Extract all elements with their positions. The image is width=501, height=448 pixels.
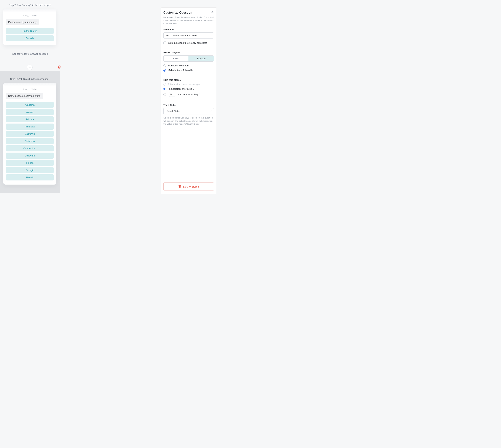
run-after-step-label: Immediately after Step 2 bbox=[168, 87, 194, 90]
connector-line bbox=[30, 71, 30, 77]
message-label: Message bbox=[163, 28, 214, 31]
add-step-row: + bbox=[0, 64, 60, 70]
tryout-helper: Select a value for Country1 to see how t… bbox=[163, 116, 214, 126]
step2-prompt: Please select your country bbox=[6, 19, 39, 25]
step3-options: AlabamaAlaskaArizonaArkansasCaliforniaCo… bbox=[6, 102, 54, 180]
state-option[interactable]: Alabama bbox=[6, 102, 54, 108]
step3-card[interactable]: Today, 1:15PM Next, please select your s… bbox=[3, 83, 56, 185]
run-seconds-row[interactable]: seconds after Step 2 bbox=[163, 92, 214, 97]
state-option[interactable]: Colorado bbox=[6, 138, 54, 144]
fullwidth-radio-row[interactable]: Make buttons full-width bbox=[163, 69, 214, 72]
skip-label: Skip question if previously populated bbox=[168, 42, 207, 44]
radio-icon[interactable] bbox=[163, 93, 166, 96]
card-fade bbox=[3, 83, 56, 86]
panel-header: Customize Question bbox=[163, 11, 214, 15]
delete-step-label: Delete Step 3 bbox=[183, 185, 199, 188]
run-after-open-label: After visitor opens messenger bbox=[168, 83, 200, 86]
layout-stacked-button[interactable]: Stacked bbox=[189, 55, 214, 62]
layout-label: Button Layout bbox=[163, 51, 214, 54]
state-option[interactable]: Arkansas bbox=[6, 124, 54, 130]
layout-segmented-control: Inline Stacked bbox=[163, 55, 214, 62]
radio-icon[interactable] bbox=[163, 64, 166, 67]
country-option[interactable]: United States bbox=[6, 28, 54, 34]
important-label: Important: bbox=[163, 16, 174, 18]
checkbox-icon[interactable] bbox=[163, 42, 166, 44]
state-option[interactable]: California bbox=[6, 131, 54, 137]
message-input[interactable] bbox=[163, 32, 214, 38]
plus-icon: + bbox=[29, 66, 31, 69]
step3-selected-region: Step 3: Ask State1 in the messenger Toda… bbox=[0, 71, 60, 193]
skip-checkbox-row[interactable]: Skip question if previously populated bbox=[163, 42, 214, 44]
step2-timestamp: Today, 1:15PM bbox=[6, 14, 54, 16]
tryout-label: Try it Out... bbox=[163, 104, 214, 106]
connector-line bbox=[30, 56, 30, 61]
connector-line bbox=[30, 0, 30, 3]
flow-column: Step 2: Ask Country1 in the messenger To… bbox=[0, 0, 60, 193]
layout-inline-button[interactable]: Inline bbox=[163, 56, 189, 61]
state-option[interactable]: Alaska bbox=[6, 109, 54, 115]
state-option[interactable]: Arizona bbox=[6, 116, 54, 122]
run-after-step-row[interactable]: Immediately after Step 2 bbox=[163, 87, 214, 90]
trash-icon bbox=[178, 185, 181, 188]
divider bbox=[163, 48, 214, 48]
state-option[interactable]: Delaware bbox=[6, 153, 54, 159]
run-seconds-suffix: seconds after Step 2 bbox=[178, 93, 200, 96]
connector-line bbox=[30, 46, 30, 52]
fullwidth-label: Make buttons full-width bbox=[168, 69, 193, 72]
step3-prompt: Next, please select your state. bbox=[6, 93, 43, 99]
fit-label: Fit button to content bbox=[168, 64, 189, 67]
state-option[interactable]: Georgia bbox=[6, 167, 54, 173]
state-option[interactable]: Florida bbox=[6, 160, 54, 166]
step2-label: Step 2: Ask Country1 in the messenger bbox=[9, 3, 51, 8]
expand-arrow-icon[interactable] bbox=[210, 11, 214, 15]
tryout-select-wrap: United States bbox=[163, 108, 214, 114]
step2-options: United StatesCanada bbox=[6, 28, 54, 41]
radio-icon bbox=[163, 83, 166, 86]
important-note: Important: State1 is a dependent picklis… bbox=[163, 16, 214, 25]
wait-label: Wait for visitor to answer question bbox=[12, 52, 48, 56]
fit-radio-row[interactable]: Fit button to content bbox=[163, 64, 214, 67]
step3-timestamp: Today, 1:15PM bbox=[6, 88, 54, 90]
add-step-button[interactable]: + bbox=[27, 64, 32, 70]
run-after-open-row: After visitor opens messenger bbox=[163, 83, 214, 86]
delete-step-icon[interactable] bbox=[58, 65, 61, 69]
state-option[interactable]: Connecticut bbox=[6, 145, 54, 151]
card-fade bbox=[3, 9, 56, 13]
step2-card[interactable]: Today, 1:15PM Please select your country… bbox=[3, 9, 56, 45]
run-label: Run this step... bbox=[163, 79, 214, 81]
panel-title: Customize Question bbox=[163, 11, 192, 14]
radio-icon[interactable] bbox=[163, 88, 166, 90]
radio-icon[interactable] bbox=[163, 69, 166, 72]
tryout-select[interactable]: United States bbox=[163, 108, 214, 114]
state-option[interactable]: Hawaii bbox=[6, 174, 54, 180]
step3-label: Step 3: Ask State1 in the messenger bbox=[10, 77, 49, 81]
seconds-input[interactable] bbox=[169, 92, 175, 97]
customize-panel: Customize Question Important: State1 is … bbox=[161, 7, 216, 194]
country-option[interactable]: Canada bbox=[6, 35, 54, 41]
delete-step-button[interactable]: Delete Step 3 bbox=[163, 182, 214, 191]
